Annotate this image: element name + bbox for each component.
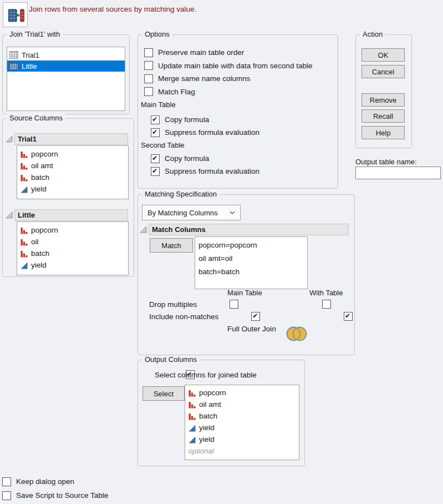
include-non-matches-main-checkbox[interactable] — [251, 312, 260, 321]
column-list-item[interactable]: yield — [185, 422, 299, 434]
match-pair-item[interactable]: batch=batch — [195, 265, 307, 279]
join-with-title: Join 'Trial1' with — [7, 30, 63, 38]
main-table-column-header: Main Table — [227, 289, 262, 297]
match-pairs-listbox[interactable]: popcorn=popcornoil amt=oilbatch=batch — [195, 236, 308, 289]
match-pair-item[interactable]: popcorn=popcorn — [195, 239, 307, 252]
column-list-item[interactable]: oil amt — [185, 399, 299, 410]
column-list-item[interactable]: popcorn — [17, 224, 128, 236]
checkbox-row: Suppress formula evaluation — [151, 165, 259, 178]
main-table-label: Main Table — [141, 100, 176, 109]
nominal-column-icon — [21, 250, 28, 258]
column-list-item[interactable]: popcorn — [185, 387, 299, 399]
source-table-header[interactable]: Trial1 — [14, 133, 128, 145]
disclosure-triangle-icon[interactable] — [6, 135, 13, 143]
disclosure-triangle-icon[interactable] — [6, 211, 13, 219]
column-list-item[interactable]: oil — [17, 236, 128, 248]
checkbox-label: Keep dialog open — [16, 477, 74, 486]
nominal-column-icon — [21, 174, 28, 182]
column-label: batch — [31, 173, 49, 182]
column-label: batch — [199, 412, 217, 420]
checkbox-label: Suppress formula evaluation — [165, 128, 259, 137]
ok-button[interactable]: OK — [361, 48, 405, 62]
checkbox-row: Merge same name columns — [144, 72, 312, 85]
column-list-item[interactable]: batch — [17, 248, 128, 259]
checkbox[interactable] — [151, 128, 160, 137]
match-columns-header[interactable]: Match Columns — [149, 224, 349, 235]
disclosure-triangle-icon[interactable] — [140, 226, 147, 233]
output-table-name-label: Output table name: — [355, 158, 417, 166]
checkbox-label: Copy formula — [165, 115, 209, 124]
table-list-item[interactable]: Trial1 — [7, 49, 125, 61]
checkbox-label: Save Script to Source Table — [16, 491, 108, 500]
checkbox-label: Copy formula — [165, 154, 209, 163]
column-label: yield — [199, 435, 215, 443]
checkbox-row: Preserve main table order — [144, 46, 312, 59]
column-label: yield — [199, 424, 215, 432]
column-list-item[interactable]: yield — [185, 434, 299, 445]
checkbox[interactable] — [151, 154, 160, 163]
checkbox[interactable] — [144, 74, 153, 83]
source-columns-listbox[interactable]: popcornoilbatchyield — [17, 221, 129, 275]
column-list-item[interactable]: oil amt — [17, 160, 128, 172]
checkbox[interactable] — [144, 87, 153, 96]
footer-checkboxes: Keep dialog openSave Script to Source Ta… — [2, 475, 108, 502]
table-list-item[interactable]: Little — [7, 61, 125, 72]
column-label: yield — [31, 185, 47, 193]
match-pair-item[interactable]: oil amt=oil — [195, 252, 307, 265]
checkbox-label: Preserve main table order — [158, 48, 244, 57]
column-list-item[interactable]: batch — [185, 410, 299, 422]
action-title: Action — [360, 30, 385, 38]
checkbox-row: Copy formula — [151, 152, 259, 165]
select-button[interactable]: Select — [142, 386, 185, 401]
column-label: oil — [31, 238, 39, 246]
matching-method-dropdown[interactable]: By Matching Columns — [142, 205, 241, 220]
output-columns-title: Output Columns — [142, 355, 200, 364]
column-list-item[interactable]: yield — [17, 183, 128, 195]
include-non-matches-label: Include non-matches — [149, 313, 218, 321]
nominal-column-icon — [189, 412, 196, 420]
column-label: batch — [31, 249, 49, 258]
options-second-table-checkboxes: Copy formulaSuppress formula evaluation — [151, 152, 259, 178]
checkbox-row: Suppress formula evaluation — [151, 126, 259, 139]
continuous-column-icon — [189, 436, 196, 443]
recall-button[interactable]: Recall — [361, 109, 405, 123]
checkbox[interactable] — [2, 477, 11, 486]
remove-button[interactable]: Remove — [361, 93, 405, 107]
table-list-item-label: Trial1 — [22, 51, 39, 59]
source-columns-listbox[interactable]: popcornoil amtbatchyield — [17, 145, 129, 199]
checkbox-label: Match Flag — [158, 88, 195, 96]
continuous-column-icon — [189, 424, 196, 432]
join-type-label: Full Outer Join — [227, 325, 276, 333]
column-list-item[interactable]: yield — [17, 259, 128, 271]
continuous-column-icon — [21, 185, 28, 193]
checkbox[interactable] — [144, 48, 153, 57]
match-button[interactable]: Match — [150, 238, 193, 253]
nominal-column-icon — [189, 401, 196, 409]
checkbox-row: Save Script to Source Table — [2, 488, 108, 502]
column-label: popcorn — [199, 389, 226, 397]
source-table-header-label: Little — [18, 211, 35, 219]
output-table-name-input[interactable] — [355, 167, 441, 179]
output-columns-listbox[interactable]: popcornoil amtbatchyieldyieldoptional — [185, 385, 299, 460]
checkbox-row: Copy formula — [151, 113, 259, 126]
checkbox[interactable] — [151, 115, 160, 124]
checkbox[interactable] — [151, 167, 160, 176]
checkbox[interactable] — [144, 61, 153, 70]
chevron-down-icon — [230, 211, 235, 215]
checkbox[interactable] — [2, 491, 11, 500]
select-columns-label: Select columns for joined table — [155, 371, 257, 379]
column-label: oil amt — [31, 162, 53, 170]
join-tables-listbox[interactable]: Trial1Little — [7, 47, 125, 111]
nominal-column-icon — [21, 238, 28, 246]
nominal-column-icon — [21, 150, 28, 158]
source-table-header[interactable]: Little — [14, 209, 128, 221]
cancel-button[interactable]: Cancel — [361, 65, 405, 78]
source-columns-title: Source Columns — [7, 114, 65, 122]
help-button[interactable]: Help — [361, 126, 405, 139]
drop-multiples-main-checkbox[interactable] — [230, 300, 238, 309]
drop-multiples-with-checkbox[interactable] — [322, 300, 331, 309]
include-non-matches-with-checkbox[interactable] — [344, 312, 353, 321]
column-list-item[interactable]: popcorn — [17, 148, 128, 160]
column-list-item[interactable]: batch — [17, 172, 128, 183]
table-grid-icon — [9, 51, 18, 59]
